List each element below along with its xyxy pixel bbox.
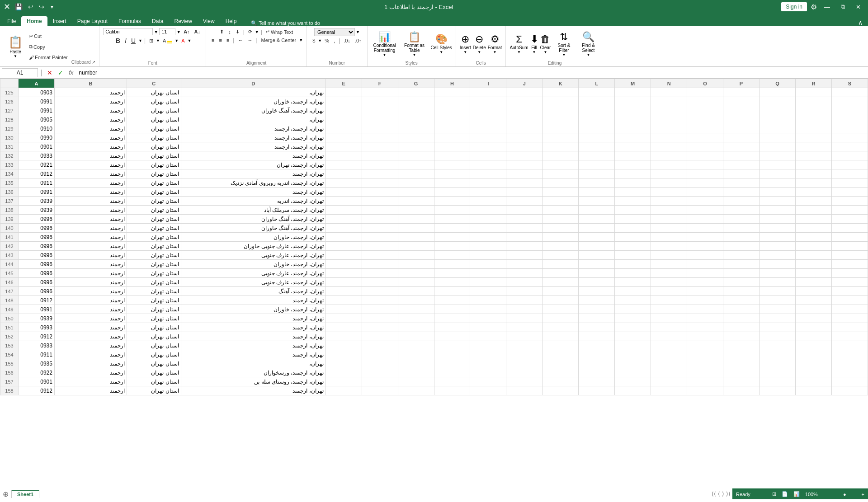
fill-button[interactable]: ⬇ Fill ▼ <box>530 33 538 54</box>
cell-137-C[interactable]: استان تهران <box>127 197 181 206</box>
empty-cell[interactable] <box>506 115 542 124</box>
empty-cell[interactable] <box>398 323 434 332</box>
cell-150-B[interactable]: ارجمند <box>54 314 127 323</box>
cell-139-B[interactable]: ارجمند <box>54 215 127 224</box>
empty-cell[interactable] <box>831 296 868 305</box>
cell-136-D[interactable]: تهران، ارجمند <box>181 188 326 197</box>
empty-cell[interactable] <box>795 233 831 242</box>
empty-cell[interactable] <box>398 242 434 251</box>
empty-cell[interactable] <box>362 160 398 169</box>
empty-cell[interactable] <box>398 188 434 197</box>
col-header-s[interactable]: S <box>831 79 868 88</box>
cell-146-B[interactable]: ارجمند <box>54 278 127 287</box>
empty-cell[interactable] <box>795 197 831 206</box>
empty-cell[interactable] <box>542 323 579 332</box>
empty-cell[interactable] <box>687 341 723 350</box>
cell-147-C[interactable]: استان تهران <box>127 287 181 296</box>
empty-cell[interactable] <box>615 332 651 341</box>
empty-cell[interactable] <box>542 215 579 224</box>
empty-cell[interactable] <box>651 88 687 97</box>
empty-cell[interactable] <box>651 260 687 269</box>
increase-indent-button[interactable]: → <box>245 37 254 44</box>
empty-cell[interactable] <box>651 287 687 296</box>
col-header-m[interactable]: M <box>615 79 651 88</box>
empty-cell[interactable] <box>831 278 868 287</box>
empty-cell[interactable] <box>759 88 795 97</box>
view-normal-icon[interactable]: ⊞ <box>772 491 776 497</box>
empty-cell[interactable] <box>470 197 506 206</box>
empty-cell[interactable] <box>326 178 362 188</box>
empty-cell[interactable] <box>615 305 651 314</box>
cell-131-C[interactable]: استان تهران <box>127 142 181 151</box>
empty-cell[interactable] <box>759 386 795 395</box>
empty-cell[interactable] <box>687 359 723 368</box>
empty-cell[interactable] <box>831 350 868 359</box>
cell-148-B[interactable]: ارجمند <box>54 296 127 305</box>
empty-cell[interactable] <box>326 350 362 359</box>
col-header-p[interactable]: P <box>723 79 760 88</box>
empty-cell[interactable] <box>831 305 868 314</box>
empty-cell[interactable] <box>831 188 868 197</box>
cell-140-B[interactable]: ارجمند <box>54 224 127 233</box>
sort-filter-button[interactable]: ⇅ Sort & Filter ▼ <box>552 31 575 57</box>
empty-cell[interactable] <box>831 178 868 188</box>
empty-cell[interactable] <box>470 224 506 233</box>
empty-cell[interactable] <box>759 242 795 251</box>
cell-146-C[interactable]: استان تهران <box>127 278 181 287</box>
empty-cell[interactable] <box>615 133 651 142</box>
empty-cell[interactable] <box>615 233 651 242</box>
empty-cell[interactable] <box>579 124 615 133</box>
font-size-decrease[interactable]: A↓ <box>193 28 202 35</box>
empty-cell[interactable] <box>326 97 362 106</box>
cell-135-B[interactable]: ارجمند <box>54 178 127 188</box>
empty-cell[interactable] <box>470 124 506 133</box>
empty-cell[interactable] <box>326 368 362 377</box>
empty-cell[interactable] <box>362 242 398 251</box>
empty-cell[interactable] <box>470 341 506 350</box>
empty-cell[interactable] <box>326 133 362 142</box>
cell-148-A[interactable]: 0912 <box>19 296 55 305</box>
cell-136-A[interactable]: 0991 <box>19 188 55 197</box>
cell-147-A[interactable]: 0996 <box>19 287 55 296</box>
empty-cell[interactable] <box>795 215 831 224</box>
empty-cell[interactable] <box>470 296 506 305</box>
empty-cell[interactable] <box>795 124 831 133</box>
empty-cell[interactable] <box>579 233 615 242</box>
empty-cell[interactable] <box>434 97 470 106</box>
format-painter-button[interactable]: 🖌 Format Painter <box>27 54 70 61</box>
empty-cell[interactable] <box>651 368 687 377</box>
empty-cell[interactable] <box>506 251 542 260</box>
align-top-button[interactable]: ⬆ <box>218 28 226 36</box>
tab-home[interactable]: Home <box>21 16 47 26</box>
empty-cell[interactable] <box>362 341 398 350</box>
italic-button[interactable]: I <box>123 36 128 45</box>
empty-cell[interactable] <box>470 206 506 215</box>
empty-cell[interactable] <box>542 332 579 341</box>
cell-127-C[interactable]: استان تهران <box>127 106 181 115</box>
empty-cell[interactable] <box>759 314 795 323</box>
empty-cell[interactable] <box>326 251 362 260</box>
cell-152-C[interactable]: استان تهران <box>127 332 181 341</box>
empty-cell[interactable] <box>579 359 615 368</box>
empty-cell[interactable] <box>434 197 470 206</box>
empty-cell[interactable] <box>506 233 542 242</box>
cell-145-C[interactable]: استان تهران <box>127 269 181 278</box>
empty-cell[interactable] <box>542 197 579 206</box>
cell-146-D[interactable]: تهران، ارجمند، عارف جنوبی <box>181 278 326 287</box>
empty-cell[interactable] <box>326 160 362 169</box>
empty-cell[interactable] <box>398 97 434 106</box>
empty-cell[interactable] <box>651 197 687 206</box>
empty-cell[interactable] <box>470 97 506 106</box>
empty-cell[interactable] <box>542 260 579 269</box>
empty-cell[interactable] <box>434 314 470 323</box>
empty-cell[interactable] <box>506 142 542 151</box>
empty-cell[interactable] <box>362 386 398 395</box>
cell-127-D[interactable]: تهران، ارجمند، آهنگ خاوران <box>181 106 326 115</box>
empty-cell[interactable] <box>831 377 868 386</box>
empty-cell[interactable] <box>362 251 398 260</box>
sheet-nav-next[interactable]: ⟩ <box>722 491 724 497</box>
empty-cell[interactable] <box>615 278 651 287</box>
cell-141-D[interactable]: تهران، ارجمند، خاوران <box>181 233 326 242</box>
col-header-a[interactable]: A <box>19 79 55 88</box>
format-button[interactable]: ⚙ Format ▼ <box>488 33 502 54</box>
